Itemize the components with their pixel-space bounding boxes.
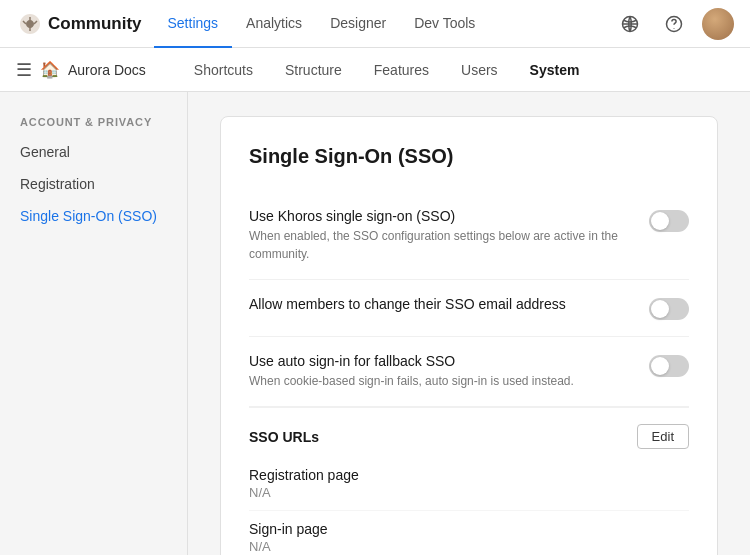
- globe-button[interactable]: [614, 8, 646, 40]
- url-label-registration: Registration page: [249, 467, 689, 483]
- url-label-signin: Sign-in page: [249, 521, 689, 537]
- main-content: Single Sign-On (SSO) Use Khoros single s…: [188, 92, 750, 555]
- sso-toggle-row-2: Allow members to change their SSO email …: [249, 280, 689, 337]
- app-logo: [16, 10, 44, 38]
- page-layout: Account & Privacy General Registration S…: [0, 92, 750, 555]
- home-icon: 🏠: [40, 60, 60, 79]
- sso-toggle-desc-1: When enabled, the SSO configuration sett…: [249, 227, 625, 263]
- url-value-signin: N/A: [249, 539, 689, 554]
- help-button[interactable]: [658, 8, 690, 40]
- tab-analytics[interactable]: Analytics: [232, 0, 316, 48]
- sub-nav-users[interactable]: Users: [445, 48, 514, 92]
- sub-nav-links: Shortcuts Structure Features Users Syste…: [178, 48, 596, 92]
- sso-toggle-label-2: Allow members to change their SSO email …: [249, 296, 625, 312]
- sub-nav: ☰ 🏠 Aurora Docs Shortcuts Structure Feat…: [0, 48, 750, 92]
- globe-icon: [620, 14, 640, 34]
- sso-toggle-text-2: Allow members to change their SSO email …: [249, 296, 625, 315]
- sidebar-item-general[interactable]: General: [0, 136, 187, 168]
- nav-actions: [614, 8, 734, 40]
- tab-devtools[interactable]: Dev Tools: [400, 0, 489, 48]
- sso-urls-header: SSO URLs Edit: [249, 407, 689, 457]
- sub-nav-shortcuts[interactable]: Shortcuts: [178, 48, 269, 92]
- card-title: Single Sign-On (SSO): [249, 145, 689, 168]
- sso-urls-title: SSO URLs: [249, 429, 319, 445]
- user-avatar[interactable]: [702, 8, 734, 40]
- app-title: Community: [48, 14, 142, 34]
- sub-nav-features[interactable]: Features: [358, 48, 445, 92]
- tab-designer[interactable]: Designer: [316, 0, 400, 48]
- sub-nav-system[interactable]: System: [514, 48, 596, 92]
- sso-khoros-toggle[interactable]: [649, 210, 689, 232]
- url-row-registration: Registration page N/A: [249, 457, 689, 511]
- url-row-signin: Sign-in page N/A: [249, 511, 689, 555]
- sso-toggle-desc-3: When cookie-based sign-in fails, auto si…: [249, 372, 625, 390]
- sso-toggle-label-1: Use Khoros single sign-on (SSO): [249, 208, 625, 224]
- sidebar-item-registration[interactable]: Registration: [0, 168, 187, 200]
- tab-settings[interactable]: Settings: [154, 0, 233, 48]
- sso-toggle-row-1: Use Khoros single sign-on (SSO) When ena…: [249, 192, 689, 280]
- hamburger-icon[interactable]: ☰: [16, 59, 32, 81]
- sso-toggle-label-3: Use auto sign-in for fallback SSO: [249, 353, 625, 369]
- sso-toggle-text-1: Use Khoros single sign-on (SSO) When ena…: [249, 208, 625, 263]
- sso-card: Single Sign-On (SSO) Use Khoros single s…: [220, 116, 718, 555]
- sso-urls-edit-button[interactable]: Edit: [637, 424, 689, 449]
- nav-brand: Community: [16, 10, 154, 38]
- sidebar: Account & Privacy General Registration S…: [0, 92, 188, 555]
- url-value-registration: N/A: [249, 485, 689, 500]
- sso-toggle-row-3: Use auto sign-in for fallback SSO When c…: [249, 337, 689, 407]
- sso-toggle-text-3: Use auto sign-in for fallback SSO When c…: [249, 353, 625, 390]
- sub-nav-brand: ☰ 🏠 Aurora Docs: [16, 59, 146, 81]
- sidebar-item-sso[interactable]: Single Sign-On (SSO): [0, 200, 187, 232]
- sub-nav-structure[interactable]: Structure: [269, 48, 358, 92]
- help-icon: [664, 14, 684, 34]
- main-nav-tabs: Settings Analytics Designer Dev Tools: [154, 0, 490, 48]
- sidebar-section-title: Account & Privacy: [0, 116, 187, 136]
- sso-email-change-toggle[interactable]: [649, 298, 689, 320]
- top-nav: Community Settings Analytics Designer De…: [0, 0, 750, 48]
- site-name: Aurora Docs: [68, 62, 146, 78]
- sso-autosignin-toggle[interactable]: [649, 355, 689, 377]
